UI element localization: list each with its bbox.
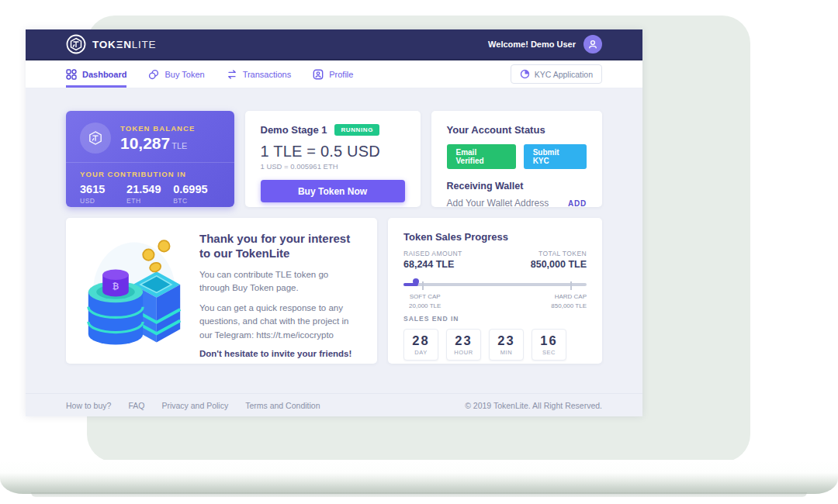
brand-logo[interactable]: TOKΞNLITE <box>66 34 156 54</box>
countdown: 28 DAY 23 HOUR 23 MIN 16 <box>403 329 587 361</box>
app-window: TOKΞNLITE Welcome! Demo User <box>26 29 642 416</box>
contribution-label: YOUR CONTRIBUTION IN <box>80 170 220 178</box>
nav-tab-label: Transactions <box>243 70 292 79</box>
contribution-btc: 0.6995 BTC <box>173 183 220 205</box>
token-logo-icon <box>80 123 111 154</box>
sales-progress-title: Token Sales Progress <box>403 231 587 243</box>
thank-you-card: ₿ Thank you for your interest to our Tok… <box>66 218 377 364</box>
user-avatar[interactable] <box>583 35 602 54</box>
main-nav: Dashboard Buy Token Transactions <box>26 60 642 88</box>
buy-token-now-button[interactable]: Buy Token Now <box>261 180 405 202</box>
nav-tab-label: Buy Token <box>164 70 204 79</box>
token-rate-sub: 1 USD = 0.005961 ETH <box>261 162 405 171</box>
add-wallet-link[interactable]: ADD <box>568 199 587 208</box>
running-status-badge: RUNNING <box>334 124 379 136</box>
nav-tab-transactions[interactable]: Transactions <box>227 60 292 88</box>
footer-link-terms[interactable]: Terms and Condition <box>245 401 320 410</box>
footer-link-faq[interactable]: FAQ <box>128 401 144 410</box>
nav-tab-label: Profile <box>329 70 353 79</box>
laptop-base <box>0 460 838 494</box>
progress-track <box>403 283 587 286</box>
sales-end-label: SALES END IN <box>403 315 587 323</box>
hard-cap-label: HARD CAP 850,000 TLE <box>551 292 587 311</box>
account-status-card: Your Account Status Email Verified Submi… <box>431 111 603 207</box>
contribution-eth: 21.549 ETH <box>126 183 173 205</box>
card-divider <box>66 162 234 163</box>
top-header: TOKΞNLITE Welcome! Demo User <box>26 29 642 60</box>
bitcoin-symbol: ₿ <box>113 282 119 291</box>
kyc-application-button[interactable]: KYC Application <box>511 64 602 84</box>
token-balance-amount: 10,287TLE <box>120 134 195 153</box>
swap-arrows-icon <box>227 69 237 80</box>
pie-disc-icon <box>520 69 530 79</box>
nav-tab-profile[interactable]: Profile <box>313 60 353 88</box>
countdown-sec: 16 SEC <box>532 329 566 361</box>
brand-name: TOKΞNLITE <box>92 39 156 50</box>
dashboard-content: TOKEN BALANCE 10,287TLE YOUR CONTRIBUTIO… <box>26 88 642 393</box>
copyright-text: © 2019 TokenLite. All Right Reserved. <box>465 401 602 410</box>
countdown-day: 28 DAY <box>403 329 438 361</box>
coins-icon <box>148 69 159 80</box>
dashboard-grid-icon <box>66 69 77 80</box>
account-status-title: Your Account Status <box>447 124 587 136</box>
receiving-wallet-title: Receiving Wallet <box>447 181 587 192</box>
contribution-usd: 3615 USD <box>80 183 126 205</box>
raised-amount-label: RAISED AMOUNT <box>403 250 462 257</box>
countdown-hour: 23 HOUR <box>446 329 481 361</box>
soft-cap-label: SOFT CAP 20,000 TLE <box>409 292 441 311</box>
wallet-address-text: Add Your Wallet Address <box>447 198 549 209</box>
sales-progress-bar: SOFT CAP 20,000 TLE HARD CAP 850,000 TLE <box>403 279 587 306</box>
token-balance-label: TOKEN BALANCE <box>120 124 195 133</box>
person-icon <box>587 39 598 50</box>
thanks-invite-text: Don't hesitate to invite your friends! <box>199 349 360 358</box>
nav-tab-label: Dashboard <box>82 70 126 79</box>
hard-cap-tick <box>570 281 572 290</box>
email-verified-badge[interactable]: Email Verified <box>447 144 516 169</box>
token-rate: 1 TLE = 0.5 USD <box>261 143 405 161</box>
thanks-title: Thank you for your interest to our Token… <box>199 232 360 261</box>
nav-tab-buy-token[interactable]: Buy Token <box>148 60 204 88</box>
nav-tab-dashboard[interactable]: Dashboard <box>66 60 126 88</box>
thanks-paragraph-2: You can get a quick response to any ques… <box>199 302 360 342</box>
footer-link-privacy[interactable]: Privacy and Policy <box>161 401 228 410</box>
tokenlite-hexagon-icon <box>66 34 86 54</box>
profile-card-icon <box>313 69 324 80</box>
footer-link-how-to-buy[interactable]: How to buy? <box>66 401 111 410</box>
soft-cap-tick <box>422 281 424 290</box>
token-balance-card: TOKEN BALANCE 10,287TLE YOUR CONTRIBUTIO… <box>66 111 234 207</box>
token-stage-card: Demo Stage 1 RUNNING 1 TLE = 0.5 USD 1 U… <box>245 111 421 207</box>
welcome-user-text: Welcome! Demo User <box>488 40 576 49</box>
countdown-min: 23 MIN <box>489 329 524 361</box>
coins-illustration: ₿ <box>83 232 185 350</box>
stage-title: Demo Stage 1 <box>261 124 327 136</box>
total-token-label: TOTAL TOKEN <box>538 250 587 257</box>
total-token-value: 850,000 TLE <box>531 259 587 270</box>
page: TOKΞNLITE Welcome! Demo User <box>0 0 838 504</box>
token-balance-unit: TLE <box>171 141 187 150</box>
app-footer: How to buy? FAQ Privacy and Policy Terms… <box>26 393 642 416</box>
raised-amount-value: 68,244 TLE <box>403 259 454 270</box>
sales-progress-card: Token Sales Progress RAISED AMOUNT TOTAL… <box>388 218 602 364</box>
progress-thumb[interactable] <box>413 278 419 285</box>
kyc-button-label: KYC Application <box>535 70 593 79</box>
thanks-paragraph-1: You can contribute TLE token go through … <box>199 268 360 295</box>
submit-kyc-badge[interactable]: Submit KYC <box>524 144 587 169</box>
